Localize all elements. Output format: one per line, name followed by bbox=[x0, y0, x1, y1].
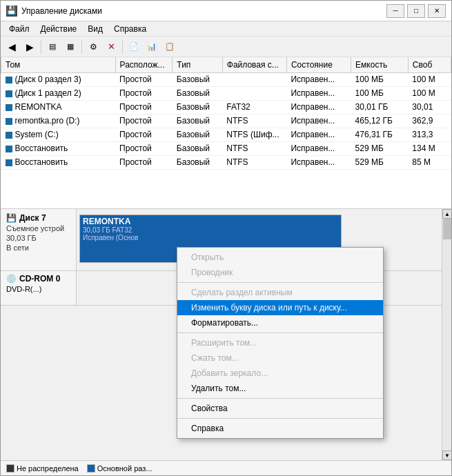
context-menu-item: Проводник bbox=[177, 265, 383, 280]
cell-tip: Базовый bbox=[173, 86, 222, 100]
cell-tom: (Диск 0 раздел 3) bbox=[1, 72, 116, 86]
toolbar-sep1 bbox=[41, 40, 41, 54]
col-header-raspolozh[interactable]: Располож... bbox=[115, 57, 173, 72]
title-bar: 💾 Управление дисками ─ □ ✕ bbox=[1, 1, 451, 21]
table-row[interactable]: System (C:) Простой Базовый NTFS (Шиф...… bbox=[1, 128, 451, 141]
toolbar: ◀ ▶ ▤ ▦ ⚙ ✕ 📄 📊 📋 bbox=[1, 37, 451, 57]
col-header-sostoyanie[interactable]: Состояние bbox=[286, 57, 351, 72]
window-title: Управление дисками bbox=[21, 6, 386, 16]
cell-faylsystem: NTFS bbox=[222, 155, 286, 169]
cell-faylsystem: NTFS (Шиф... bbox=[222, 128, 286, 141]
cell-faylsystem: NTFS bbox=[222, 141, 286, 155]
cell-raspolozh: Простой bbox=[115, 72, 173, 86]
window-icon: 💾 bbox=[6, 6, 17, 17]
cell-faylsystem: FAT32 bbox=[222, 100, 286, 114]
context-menu-item[interactable]: Свойства bbox=[177, 401, 383, 416]
close-button[interactable]: ✕ bbox=[428, 4, 446, 18]
cell-emkost: 30,01 ГБ bbox=[351, 100, 409, 114]
col-header-tom[interactable]: Том bbox=[1, 57, 116, 72]
context-menu-item: Сделать раздел активным bbox=[177, 285, 383, 300]
toolbar-sep3 bbox=[122, 40, 123, 54]
legend-bar: Не распределена Основной раз... bbox=[1, 460, 451, 475]
partition-status: Исправен (Основ bbox=[83, 234, 138, 241]
context-menu-item: Открыть bbox=[177, 250, 383, 265]
menu-view[interactable]: Вид bbox=[82, 23, 108, 35]
cell-sostoyanie: Исправен... bbox=[286, 72, 351, 86]
menu-action[interactable]: Действие bbox=[35, 23, 83, 35]
cdrom-title: 💿 CD-ROM 0 bbox=[6, 274, 70, 284]
list-button[interactable]: ▤ bbox=[44, 39, 61, 55]
disk-icon: 💾 bbox=[6, 213, 17, 223]
table-row[interactable]: Восстановить Простой Базовый NTFS Исправ… bbox=[1, 141, 451, 155]
legend-primary-label: Основной раз... bbox=[97, 464, 153, 473]
partition-name: REMONTKA bbox=[83, 217, 130, 226]
toolbar-sep2 bbox=[81, 40, 82, 54]
legend-unallocated-color bbox=[6, 464, 14, 473]
minimize-button[interactable]: ─ bbox=[386, 4, 404, 18]
cell-faylsystem: NTFS bbox=[222, 114, 286, 128]
cell-sostoyanie: Исправен... bbox=[286, 86, 351, 100]
table-row[interactable]: REMONTKA Простой Базовый FAT32 Исправен.… bbox=[1, 100, 451, 114]
context-menu-item: Сжать том... bbox=[177, 350, 383, 366]
table-row[interactable]: (Диск 1 раздел 2) Простой Базовый Исправ… bbox=[1, 86, 451, 100]
disk7-label: Диск 7 bbox=[19, 213, 46, 223]
scroll-thumb[interactable] bbox=[443, 219, 451, 239]
legend-primary-color bbox=[87, 464, 95, 473]
cell-sostoyanie: Исправен... bbox=[286, 114, 351, 128]
disk7-size: 30,03 ГБ bbox=[6, 234, 70, 242]
icon-button[interactable]: ▦ bbox=[62, 39, 79, 55]
partition-size: 30,03 ГБ FAT32 bbox=[83, 226, 132, 234]
cell-svob: 100 М bbox=[408, 86, 451, 100]
delete-button[interactable]: ✕ bbox=[103, 39, 119, 55]
cell-svob: 313,3 bbox=[408, 128, 451, 141]
doc-button2[interactable]: 📋 bbox=[161, 39, 178, 55]
menu-bar: Файл Действие Вид Справка bbox=[1, 21, 451, 37]
cell-raspolozh: Простой bbox=[115, 86, 173, 100]
context-menu-item[interactable]: Удалить том... bbox=[177, 381, 383, 396]
col-header-svob[interactable]: Своб bbox=[408, 57, 451, 72]
cell-raspolozh: Простой bbox=[115, 155, 173, 169]
col-header-tip[interactable]: Тип bbox=[173, 57, 222, 72]
scroll-down-button[interactable]: ▼ bbox=[442, 450, 451, 460]
table-row[interactable]: (Диск 0 раздел 3) Простой Базовый Исправ… bbox=[1, 72, 451, 86]
settings-button[interactable]: ⚙ bbox=[85, 39, 101, 55]
context-menu-item[interactable]: Справка bbox=[177, 421, 383, 436]
context-menu-item[interactable]: Форматировать... bbox=[177, 315, 383, 330]
table-row[interactable]: Восстановить Простой Базовый NTFS Исправ… bbox=[1, 155, 451, 169]
cell-tom: REMONTKA bbox=[1, 100, 116, 114]
cdrom-icon: 💿 bbox=[6, 274, 17, 284]
cell-svob: 134 М bbox=[408, 141, 451, 155]
cell-tip: Базовый bbox=[173, 100, 222, 114]
cell-sostoyanie: Исправен... bbox=[286, 100, 351, 114]
table-row[interactable]: remontka.pro (D:) Простой Базовый NTFS И… bbox=[1, 114, 451, 128]
title-controls: ─ □ ✕ bbox=[386, 4, 446, 18]
cdrom-type: DVD-R(...) bbox=[6, 285, 70, 293]
chart-button[interactable]: 📊 bbox=[144, 39, 160, 55]
context-menu-item[interactable]: Изменить букву диска или путь к диску... bbox=[177, 300, 383, 315]
cell-svob: 30,01 bbox=[408, 100, 451, 114]
scroll-track[interactable] bbox=[442, 219, 451, 450]
disk7-type: Съемное устрой bbox=[6, 224, 70, 232]
table-scroll[interactable]: Том Располож... Тип Файловая с... Состоя… bbox=[1, 57, 451, 208]
menu-file[interactable]: Файл bbox=[3, 23, 35, 35]
maximize-button[interactable]: □ bbox=[407, 4, 425, 18]
context-menu-item: Добавить зеркало... bbox=[177, 366, 383, 381]
legend-unallocated: Не распределена bbox=[6, 464, 79, 473]
disk7-info: 💾 Диск 7 Съемное устрой 30,03 ГБ В сети bbox=[1, 209, 77, 270]
back-button[interactable]: ◀ bbox=[3, 39, 20, 55]
doc-button1[interactable]: 📄 bbox=[126, 39, 142, 55]
cell-tom: Восстановить bbox=[1, 141, 116, 155]
cell-sostoyanie: Исправен... bbox=[286, 155, 351, 169]
cell-emkost: 529 МБ bbox=[351, 141, 409, 155]
cell-emkost: 529 МБ bbox=[351, 155, 409, 169]
cell-svob: 85 М bbox=[408, 155, 451, 169]
cell-tom: System (C:) bbox=[1, 128, 116, 141]
context-separator bbox=[177, 398, 383, 399]
col-header-faylsystem[interactable]: Файловая с... bbox=[222, 57, 286, 72]
cell-emkost: 100 МБ bbox=[351, 72, 409, 86]
scroll-up-button[interactable]: ▲ bbox=[442, 209, 451, 219]
menu-help[interactable]: Справка bbox=[108, 23, 152, 35]
cell-tip: Базовый bbox=[173, 155, 222, 169]
col-header-emkost[interactable]: Емкость bbox=[351, 57, 409, 72]
forward-button[interactable]: ▶ bbox=[21, 39, 38, 55]
